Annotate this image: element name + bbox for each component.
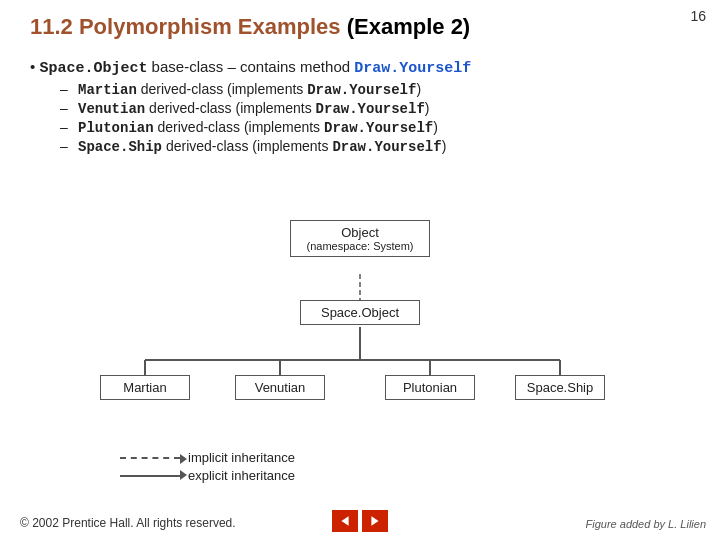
footer-copyright: © 2002 Prentice Hall. All rights reserve… [20,516,236,530]
next-button[interactable] [362,510,388,532]
legend-dashed-label: implicit inheritance [188,450,295,465]
plutonian-box: Plutonian [385,375,475,400]
spaceobject-box: Space.Object [300,300,420,325]
legend-solid-row: explicit inheritance [120,468,295,483]
venutian-box: Venutian [235,375,325,400]
object-box-namespace: (namespace: System) [301,240,419,252]
diagram-inner: Object (namespace: System) Space.Object … [80,220,640,420]
spaceship-mono: Space.Ship [78,139,162,155]
object-box-name: Object [301,225,419,240]
content-area: • Space.Object base-class – contains met… [30,58,690,157]
martian-mono: Martian [78,82,137,98]
list-item: Plutonian derived-class (implements Draw… [60,119,690,136]
svg-marker-13 [371,516,378,526]
next-icon [369,515,381,527]
plutonian-mono: Plutonian [78,120,154,136]
title-paren: (Example 2) [347,14,471,39]
spaceship-dy: Draw.Yourself [332,139,441,155]
prev-button[interactable] [332,510,358,532]
list-item: Martian derived-class (implements Draw.Y… [60,81,690,98]
dashed-line-icon [120,457,180,459]
venutian-dy: Draw.Yourself [316,101,425,117]
drawyourself-link: Draw.Yourself [354,60,471,77]
svg-marker-12 [341,516,348,526]
martian-dy: Draw.Yourself [307,82,416,98]
martian-box: Martian [100,375,190,400]
title-main: 11.2 Polymorphism Examples [30,14,341,39]
spaceobject-mono: Space.Object [39,60,147,77]
footer-credit: Figure added by L. Lilien [586,518,706,530]
main-bullet: • Space.Object base-class – contains met… [30,58,690,77]
page-number: 16 [690,8,706,24]
footer-nav [332,510,388,532]
sub-list: Martian derived-class (implements Draw.Y… [60,81,690,155]
list-item: Space.Ship derived-class (implements Dra… [60,138,690,155]
prev-icon [339,515,351,527]
list-item: Venutian derived-class (implements Draw.… [60,100,690,117]
legend: implicit inheritance explicit inheritanc… [120,450,295,486]
plutonian-dy: Draw.Yourself [324,120,433,136]
legend-dashed-row: implicit inheritance [120,450,295,465]
class-diagram: Object (namespace: System) Space.Object … [80,220,640,420]
legend-solid-label: explicit inheritance [188,468,295,483]
spaceship-box: Space.Ship [515,375,605,400]
object-box: Object (namespace: System) [290,220,430,257]
solid-line-icon [120,475,180,477]
venutian-mono: Venutian [78,101,145,117]
page-title: 11.2 Polymorphism Examples (Example 2) [30,14,470,40]
